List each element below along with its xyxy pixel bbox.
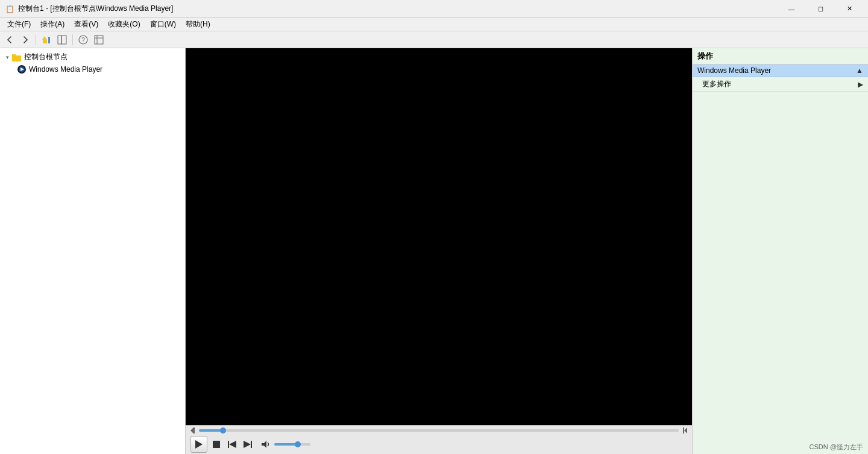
menu-bar: 文件(F) 操作(A) 查看(V) 收藏夹(O) 窗口(W) 帮助(H)	[0, 18, 868, 31]
collapse-icon: ▲	[856, 66, 863, 75]
svg-rect-1	[48, 37, 50, 43]
wmp-tree-icon	[17, 65, 27, 74]
svg-rect-2	[58, 36, 61, 44]
help-button[interactable]: ?	[76, 33, 90, 46]
svg-rect-6	[95, 36, 103, 44]
seek-end-icon	[681, 427, 687, 434]
forward-button[interactable]	[18, 33, 33, 46]
minimize-button[interactable]: —	[778, 0, 805, 18]
watermark: CSDN @怪力左手	[810, 443, 863, 452]
svg-marker-18	[195, 440, 203, 449]
svg-rect-16	[683, 427, 684, 434]
play-button[interactable]	[190, 436, 207, 453]
svg-rect-22	[251, 441, 252, 448]
mute-button[interactable]	[259, 438, 272, 451]
seek-bar-container	[190, 427, 687, 434]
window-controls: — ◻ ✕	[778, 0, 863, 18]
svg-rect-19	[213, 441, 220, 448]
left-panel: ▾ 控制台根节点 Windows Media Pl	[0, 48, 186, 454]
app-icon: 📋	[5, 4, 14, 14]
more-actions-item[interactable]: 更多操作 ▶	[693, 77, 868, 92]
actions-wmp-label: Windows Media Player	[697, 66, 771, 75]
seek-bar[interactable]	[199, 429, 679, 432]
svg-marker-17	[684, 427, 687, 434]
properties-button[interactable]	[92, 33, 106, 46]
wmp-node-label: Windows Media Player	[29, 65, 102, 74]
expand-icon: ▾	[2, 52, 12, 62]
svg-rect-10	[12, 54, 16, 57]
volume-knob[interactable]	[295, 441, 301, 447]
actions-header: 操作	[693, 48, 868, 65]
up-button[interactable]	[39, 33, 54, 46]
more-actions-label: 更多操作	[702, 79, 731, 89]
toolbar-separator-1	[36, 34, 36, 45]
root-node-label: 控制台根节点	[24, 52, 68, 62]
expand-arrow-icon: ▶	[858, 80, 863, 89]
svg-rect-3	[61, 36, 66, 44]
menu-favorites[interactable]: 收藏夹(O)	[103, 18, 145, 31]
seek-start-icon	[190, 427, 197, 434]
menu-action[interactable]: 操作(A)	[36, 18, 69, 31]
menu-window[interactable]: 窗口(W)	[145, 18, 181, 31]
menu-file[interactable]: 文件(F)	[2, 18, 36, 31]
tree-root-node[interactable]: ▾ 控制台根节点	[0, 51, 185, 63]
main-layout: ▾ 控制台根节点 Windows Media Pl	[0, 48, 868, 454]
actions-wmp-item[interactable]: Windows Media Player ▲	[693, 65, 868, 77]
svg-text:?: ?	[81, 37, 85, 43]
window-title: 控制台1 - [控制台根节点\Windows Media Player]	[18, 4, 778, 14]
tree-child-wmp[interactable]: Windows Media Player	[0, 63, 185, 75]
toolbar-separator-2	[72, 34, 73, 45]
volume-bar[interactable]	[274, 443, 310, 446]
controls-row	[190, 436, 687, 453]
title-bar: 📋 控制台1 - [控制台根节点\Windows Media Player] —…	[0, 0, 868, 18]
svg-rect-20	[228, 441, 229, 448]
right-panel-body	[693, 92, 868, 454]
svg-rect-15	[193, 427, 195, 434]
back-button[interactable]	[2, 33, 17, 46]
svg-marker-23	[244, 441, 251, 448]
root-folder-icon	[12, 53, 22, 61]
seek-knob[interactable]	[220, 427, 226, 434]
right-panel: 操作 Windows Media Player ▲ 更多操作 ▶	[692, 48, 868, 454]
svg-marker-24	[262, 441, 266, 448]
stop-button[interactable]	[210, 438, 223, 451]
svg-marker-21	[229, 441, 236, 448]
show-hide-button[interactable]	[55, 33, 69, 46]
menu-view[interactable]: 查看(V)	[69, 18, 103, 31]
seek-bar-fill	[199, 429, 223, 432]
tree-root: ▾ 控制台根节点 Windows Media Pl	[0, 48, 185, 78]
prev-button[interactable]	[225, 438, 239, 451]
svg-marker-14	[190, 427, 193, 434]
menu-help[interactable]: 帮助(H)	[181, 18, 215, 31]
volume-container	[259, 438, 310, 451]
close-button[interactable]: ✕	[835, 0, 863, 18]
player-controls	[186, 425, 692, 454]
center-panel	[186, 48, 692, 454]
svg-rect-0	[43, 40, 47, 43]
next-button[interactable]	[241, 438, 254, 451]
video-area	[186, 48, 692, 425]
toolbar: ?	[0, 31, 868, 48]
restore-button[interactable]: ◻	[807, 0, 834, 18]
